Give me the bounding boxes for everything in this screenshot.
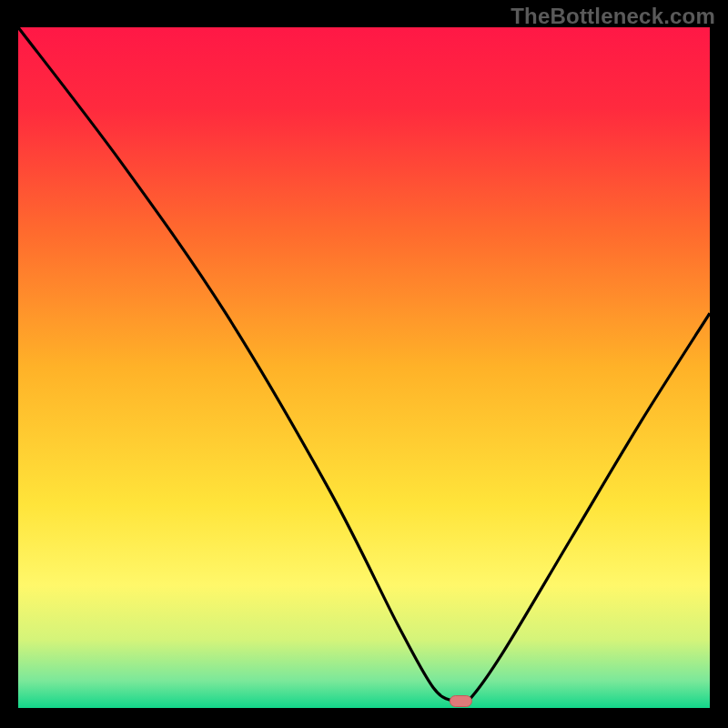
chart-frame: TheBottleneck.com xyxy=(0,0,728,728)
gradient-background xyxy=(18,27,710,708)
optimal-marker xyxy=(450,696,471,707)
chart-svg xyxy=(18,27,710,708)
watermark-text: TheBottleneck.com xyxy=(511,4,715,29)
plot-area xyxy=(18,27,710,708)
